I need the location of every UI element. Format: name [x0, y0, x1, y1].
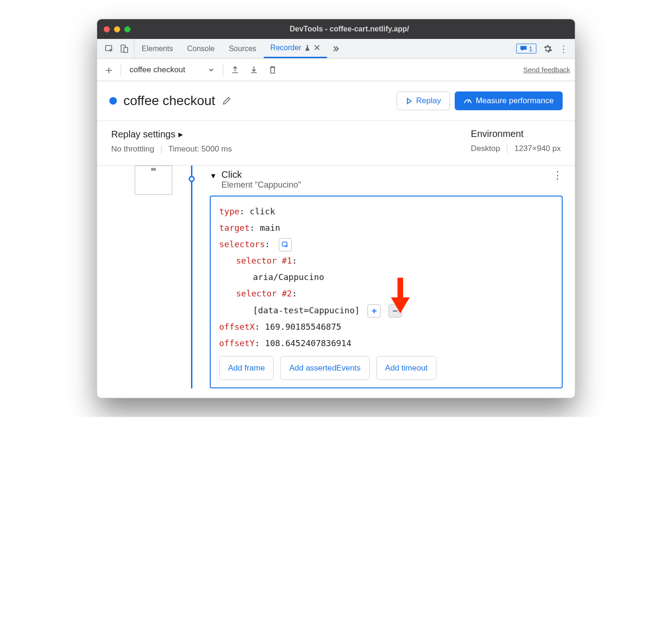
add-asserted-events-button[interactable]: Add assertedEvents — [280, 356, 369, 380]
divider — [507, 145, 507, 153]
flask-icon — [304, 45, 311, 51]
environment-summary: Desktop 1237×940 px — [471, 144, 561, 153]
tab-sources[interactable]: Sources — [222, 39, 263, 58]
import-icon[interactable] — [247, 63, 261, 77]
replay-settings-summary: No throttling Timeout: 5000 ms — [111, 144, 232, 154]
add-timeout-button[interactable]: Add timeout — [376, 356, 437, 380]
timeout-value: Timeout: 5000 ms — [168, 144, 232, 153]
target-key: target — [219, 223, 250, 233]
steps-panel: ▼ Click Element "Cappucino" ⋮ type: clic… — [97, 166, 575, 398]
add-selector-button[interactable]: + — [367, 304, 381, 318]
selector-2-value[interactable]: [data-test=Cappucino] — [253, 305, 360, 315]
selectors-key: selectors — [219, 239, 265, 249]
selector-2-header[interactable]: selector #2: — [219, 285, 553, 302]
target-value: main — [260, 223, 280, 233]
tab-recorder-label: Recorder — [270, 44, 301, 52]
zoom-window-icon[interactable] — [124, 26, 130, 32]
divider — [161, 145, 161, 154]
add-frame-button[interactable]: Add frame — [219, 356, 274, 380]
replay-settings-header[interactable]: Replay settings ▸ — [111, 129, 232, 140]
step-action-buttons: Add frame Add assertedEvents Add timeout — [219, 356, 553, 380]
environment-header: Environment — [471, 129, 561, 139]
prop-offsetx[interactable]: offsetX: 169.90185546875 — [219, 318, 553, 335]
svg-rect-4 — [397, 278, 403, 298]
divider — [223, 64, 223, 76]
close-window-icon[interactable] — [104, 26, 110, 32]
step-action: Click — [221, 169, 548, 180]
timeline-line — [191, 166, 192, 388]
replay-button[interactable]: Replay — [397, 91, 450, 110]
offsetx-key: offsetX — [219, 322, 255, 332]
step-element-label: Element "Cappucino" — [221, 180, 548, 190]
screenshot-column — [97, 166, 182, 388]
step-more-menu-icon[interactable]: ⋮ — [552, 169, 563, 182]
timeline-dot-icon — [189, 176, 195, 182]
selector-1-header[interactable]: selector #1: — [219, 252, 553, 269]
step-thumbnail[interactable] — [135, 166, 172, 195]
issues-count: 1 — [529, 45, 533, 53]
settings-info: Replay settings ▸ No throttling Timeout:… — [97, 121, 575, 166]
prop-selectors[interactable]: selectors: — [219, 236, 553, 252]
dimensions-value: 1237×940 px — [514, 144, 561, 153]
collapse-step-icon[interactable]: ▼ — [210, 169, 217, 180]
chat-icon — [520, 45, 527, 52]
inspect-element-icon[interactable] — [103, 42, 116, 55]
chevron-right-icon: ▸ — [178, 129, 183, 140]
replay-label: Replay — [416, 96, 441, 106]
tab-console[interactable]: Console — [181, 39, 221, 58]
selector-1-value[interactable]: aria/Cappucino — [219, 269, 553, 285]
issues-badge[interactable]: 1 — [516, 44, 536, 53]
device-value: Desktop — [471, 144, 500, 153]
timeline — [182, 166, 210, 388]
environment-label: Environment — [471, 129, 523, 139]
device-toggle-icon[interactable] — [118, 42, 131, 55]
divider — [121, 64, 121, 76]
inspect-controls — [100, 39, 134, 58]
prop-type[interactable]: type: click — [219, 203, 553, 220]
window-title: DevTools - coffee-cart.netlify.app/ — [130, 25, 568, 33]
window-controls — [104, 26, 130, 32]
throttling-value: No throttling — [111, 144, 154, 153]
edit-title-icon[interactable] — [222, 96, 231, 106]
recording-header: coffee checkout Replay Measure performan… — [97, 81, 575, 121]
recording-title: coffee checkout — [123, 93, 215, 108]
recording-dropdown[interactable]: coffee checkout — [126, 65, 218, 75]
minimize-window-icon[interactable] — [114, 26, 120, 32]
selector-2-row: [data-test=Cappucino] + − — [219, 302, 553, 318]
tab-recorder[interactable]: Recorder ✕ — [264, 39, 327, 58]
type-key: type — [219, 206, 239, 216]
send-feedback-link[interactable]: Send feedback — [523, 66, 570, 74]
recording-name: coffee checkout — [130, 65, 185, 75]
step-editor: type: click target: main selectors: sele… — [210, 196, 563, 388]
tab-console-label: Console — [187, 45, 215, 53]
tab-elements[interactable]: Elements — [135, 39, 180, 58]
offsetx-value: 169.90185546875 — [265, 322, 342, 332]
devtools-window: DevTools - coffee-cart.netlify.app/ Elem… — [97, 19, 575, 398]
tab-elements-label: Elements — [142, 45, 173, 53]
panel-tabs: Elements Console Sources Recorder ✕ 1 ⋮ — [97, 39, 575, 59]
export-icon[interactable] — [228, 63, 242, 77]
offsety-value: 108.6452407836914 — [265, 338, 351, 348]
recording-indicator-icon — [109, 97, 117, 105]
play-icon — [405, 98, 412, 105]
add-recording-icon[interactable]: ＋ — [102, 63, 116, 77]
titlebar: DevTools - coffee-cart.netlify.app/ — [97, 19, 575, 39]
element-picker-icon[interactable] — [279, 238, 292, 251]
more-tabs-icon[interactable] — [328, 39, 343, 58]
prop-offsety[interactable]: offsetY: 108.6452407836914 — [219, 335, 553, 351]
offsety-key: offsetY — [219, 338, 255, 348]
close-tab-icon[interactable]: ✕ — [313, 43, 321, 53]
prop-target[interactable]: target: main — [219, 220, 553, 236]
more-menu-icon[interactable]: ⋮ — [559, 44, 568, 53]
type-value: click — [250, 206, 275, 216]
settings-icon[interactable] — [543, 44, 552, 53]
recorder-toolbar: ＋ coffee checkout Send feedback — [97, 59, 575, 81]
sel2-key: selector #2 — [236, 288, 292, 298]
delete-icon[interactable] — [266, 63, 280, 77]
replay-settings-label: Replay settings — [111, 129, 176, 140]
annotation-arrow-icon — [389, 278, 412, 314]
chevron-down-icon — [208, 67, 214, 73]
sel1-key: selector #1 — [236, 256, 292, 265]
measure-performance-button[interactable]: Measure performance — [455, 91, 563, 110]
gauge-icon — [464, 97, 472, 105]
